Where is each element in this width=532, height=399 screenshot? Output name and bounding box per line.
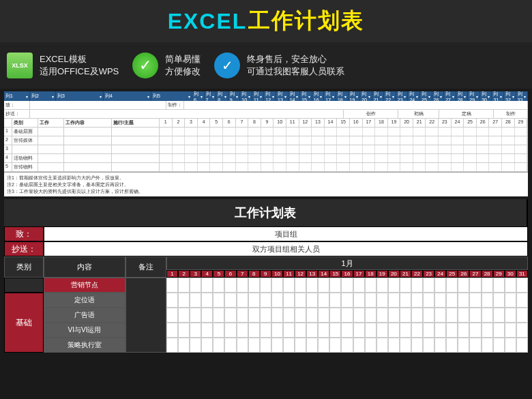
- shield-icon: ✓: [214, 53, 240, 78]
- feature-support-l2: 可通过我图客服人员联系: [247, 65, 344, 78]
- sheet1-data-row: 3: [4, 145, 528, 154]
- sheet1-preview: 列1列2列3列4列5列6列7列8列9列10列11列12列13列14列15列16列…: [4, 91, 528, 196]
- feature-easy: ✓ 简单易懂 方便修改: [132, 53, 201, 78]
- banner-title: 工作计划表: [248, 6, 364, 36]
- sheet1-data-row: 1基础层面: [4, 128, 528, 136]
- sheet2-to-row: 致： 项目组: [4, 226, 528, 241]
- sheet2-body: 基础 营销节点定位语广告语VI与VI运用策略执行室: [4, 278, 528, 353]
- banner-excel: EXCEL: [168, 9, 248, 34]
- sheet1-cc-row: 抄送： 创作 初稿 定稿 制作: [4, 110, 528, 119]
- feature-easy-l2: 方便修改: [165, 65, 201, 78]
- sheet1-data-row: 4活动物料: [4, 154, 528, 163]
- sheet2-title: 工作计划表: [4, 199, 528, 226]
- sheet2-item: VI与VI运用: [44, 323, 125, 338]
- sheet1-data-row: 2宣传媒体: [4, 136, 528, 145]
- sheet1-header-row: 类别 工作 工作内容 施行/主题 12345678910111213141516…: [4, 119, 528, 128]
- feature-support-l1: 终身售后，安全放心: [247, 53, 344, 65]
- sheet2-preview: 工作计划表 致： 项目组 抄送： 双方项目组相关人员 类别 内容 备注 1月 1…: [4, 199, 528, 353]
- sheet1-data-row: 5宣传物料: [4, 163, 528, 172]
- sheet1-notes: 注1：前期媒体宣传主要选择影响力大的户外，投放量。 注2：基础层面主要是相关文字…: [4, 172, 528, 196]
- feature-easy-l1: 简单易懂: [165, 53, 201, 65]
- xlsx-icon: XLSX: [7, 53, 33, 78]
- sheet2-item: 广告语: [44, 308, 125, 323]
- sheet1-to-row: 致： 制作：: [4, 101, 528, 110]
- sheet2-item: 策略执行室: [44, 338, 125, 353]
- feature-support: ✓ 终身售后，安全放心 可通过我图客服人员联系: [214, 53, 344, 78]
- feature-template: XLSX EXCEL模板 适用OFFICE及WPS: [7, 53, 119, 78]
- sheet2-cc-row: 抄送： 双方项目组相关人员: [4, 241, 528, 256]
- feature-template-l2: 适用OFFICE及WPS: [40, 65, 119, 78]
- features-row: XLSX EXCEL模板 适用OFFICE及WPS ✓ 简单易懂 方便修改 ✓ …: [0, 42, 532, 89]
- sheet2-header-row: 类别 内容 备注 1月 1234567891011121314151617181…: [4, 256, 528, 278]
- sheet2-item: 营销节点: [44, 278, 125, 293]
- sheet2-item: 定位语: [44, 293, 125, 308]
- check-icon: ✓: [132, 53, 158, 78]
- sheet1-col-header: 列1列2列3列4列5列6列7列8列9列10列11列12列13列14列15列16列…: [4, 91, 528, 101]
- feature-template-l1: EXCEL模板: [40, 53, 119, 65]
- banner-header: EXCEL 工作计划表: [0, 0, 532, 42]
